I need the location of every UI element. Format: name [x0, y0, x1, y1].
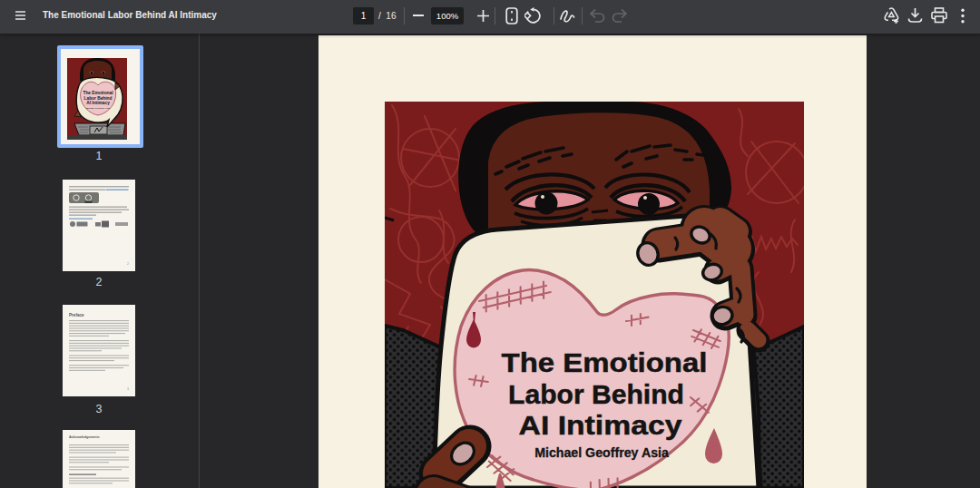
- svg-text:Labor Behind: Labor Behind: [508, 379, 684, 409]
- svg-text:AI Intimacy: AI Intimacy: [86, 101, 110, 105]
- svg-text:Acknowledgements: Acknowledgements: [69, 435, 100, 439]
- svg-text:Michael Geoffrey Asia: Michael Geoffrey Asia: [534, 445, 669, 460]
- svg-text:AI Intimacy: AI Intimacy: [519, 410, 682, 441]
- svg-text:Labor Behind: Labor Behind: [84, 96, 113, 101]
- svg-text:Michael Geoffrey Asia: Michael Geoffrey Asia: [86, 107, 111, 110]
- svg-text:The Emotional: The Emotional: [83, 91, 113, 95]
- svg-text:2: 2: [127, 262, 129, 266]
- svg-text:Preface: Preface: [69, 313, 84, 317]
- svg-text:3: 3: [127, 387, 129, 391]
- svg-text:The Emotional: The Emotional: [502, 346, 708, 377]
